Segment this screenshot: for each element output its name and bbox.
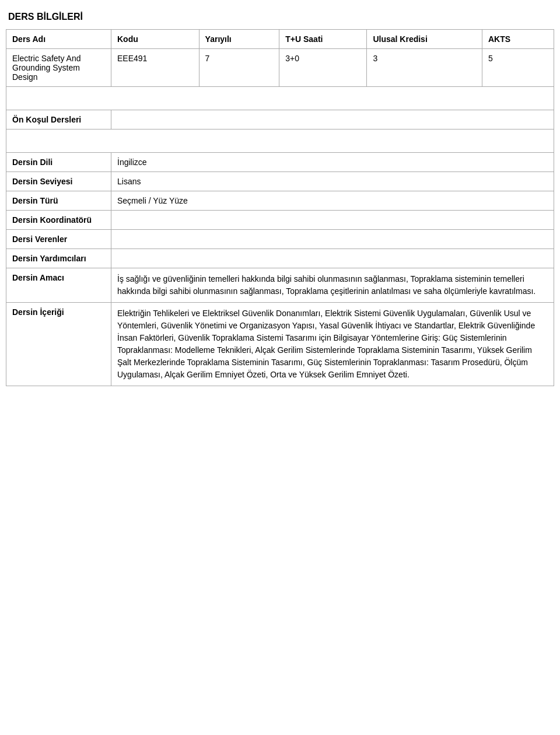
spacer-cell-1 xyxy=(6,87,554,110)
dersin-seviyesi-value: Lisans xyxy=(111,172,554,191)
main-table: Ders Adı Kodu Yarıyılı T+U Saati Ulusal … xyxy=(6,29,554,386)
dersi-verenler-row: Dersi Verenler xyxy=(6,230,554,249)
course-ders-adi: Electric Safety And Grounding System Des… xyxy=(6,49,111,87)
dersin-dili-label: Dersin Dili xyxy=(6,153,111,172)
dersin-turu-value: Seçmeli / Yüz Yüze xyxy=(111,191,554,211)
dersin-amaci-row: Dersin Amacı İş sağlığı ve güvenliğinin … xyxy=(6,268,554,303)
col-yaryili: Yarıyılı xyxy=(199,30,279,49)
course-row: Electric Safety And Grounding System Des… xyxy=(6,49,554,87)
dersin-dili-value: İngilizce xyxy=(111,153,554,172)
dersi-verenler-value xyxy=(111,230,554,249)
spacer-cell-2 xyxy=(6,130,554,153)
dersin-koordinatoru-value xyxy=(111,211,554,230)
spacer-row-1 xyxy=(6,87,554,110)
dersin-amaci-label: Dersin Amacı xyxy=(6,268,111,303)
course-yaryili: 7 xyxy=(199,49,279,87)
spacer-row-2 xyxy=(6,130,554,153)
on-kosul-label: Ön Koşul Dersleri xyxy=(6,110,111,130)
course-akts: 5 xyxy=(482,49,554,87)
dersin-seviyesi-label: Dersin Seviyesi xyxy=(6,172,111,191)
col-ulusal-kredisi: Ulusal Kredisi xyxy=(367,30,482,49)
on-kosul-value xyxy=(111,110,554,130)
dersin-turu-row: Dersin Türü Seçmeli / Yüz Yüze xyxy=(6,191,554,211)
dersin-seviyesi-row: Dersin Seviyesi Lisans xyxy=(6,172,554,191)
dersin-koordinatoru-row: Dersin Koordinatörü xyxy=(6,211,554,230)
dersin-koordinatoru-label: Dersin Koordinatörü xyxy=(6,211,111,230)
on-kosul-row: Ön Koşul Dersleri xyxy=(6,110,554,130)
dersin-icerigi-row: Dersin İçeriği Elektriğin Tehlikeleri ve… xyxy=(6,303,554,386)
course-ulusal-kredisi: 3 xyxy=(367,49,482,87)
dersin-icerigi-value: Elektriğin Tehlikeleri ve Elektriksel Gü… xyxy=(111,303,554,386)
course-kodu: EEE491 xyxy=(111,49,200,87)
dersin-turu-label: Dersin Türü xyxy=(6,191,111,211)
page-container: DERS BİLGİLERİ Ders Adı Kodu Yarıyılı T+… xyxy=(6,6,554,386)
dersin-yardimcilari-value xyxy=(111,249,554,268)
dersin-dili-row: Dersin Dili İngilizce xyxy=(6,153,554,172)
header-row: Ders Adı Kodu Yarıyılı T+U Saati Ulusal … xyxy=(6,30,554,49)
course-tu-saati: 3+0 xyxy=(279,49,367,87)
page-title: DERS BİLGİLERİ xyxy=(6,6,554,29)
col-ders-adi: Ders Adı xyxy=(6,30,111,49)
dersin-yardimcilari-row: Dersin Yardımcıları xyxy=(6,249,554,268)
col-kodu: Kodu xyxy=(111,30,200,49)
dersin-yardimcilari-label: Dersin Yardımcıları xyxy=(6,249,111,268)
dersi-verenler-label: Dersi Verenler xyxy=(6,230,111,249)
dersin-icerigi-label: Dersin İçeriği xyxy=(6,303,111,386)
dersin-amaci-value: İş sağlığı ve güvenliğinin temelleri hak… xyxy=(111,268,554,303)
col-tu-saati: T+U Saati xyxy=(279,30,367,49)
col-akts: AKTS xyxy=(482,30,554,49)
